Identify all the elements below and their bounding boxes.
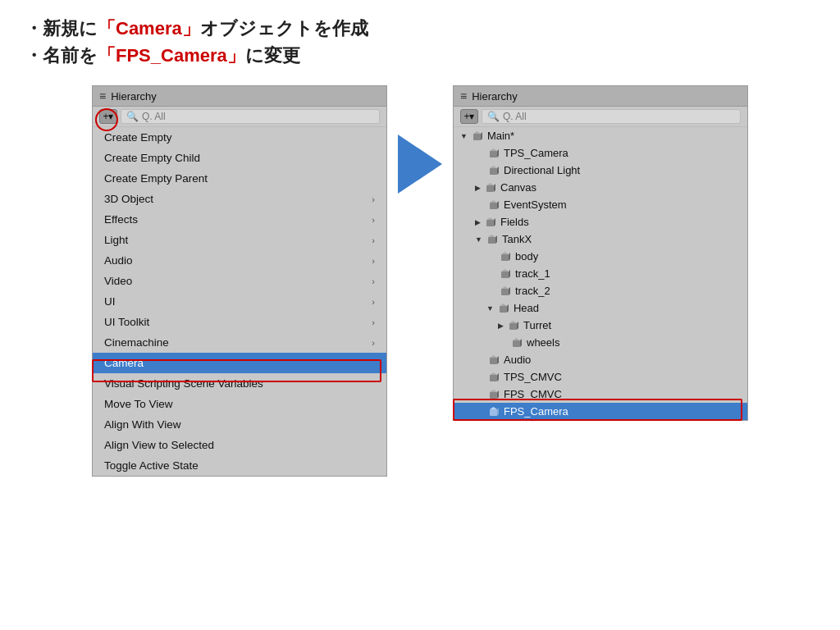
svg-marker-19 — [488, 235, 495, 237]
expand-right-icon[interactable]: ▶ — [475, 184, 481, 192]
svg-marker-23 — [509, 253, 510, 261]
instruction-line1: ・新規に「Camera」オブジェクトを作成 — [25, 15, 815, 42]
svg-marker-28 — [501, 286, 509, 289]
menu-item-video[interactable]: Video› — [93, 271, 386, 291]
tree-item-label: wheels — [527, 336, 559, 349]
menu-item-cinemachine[interactable]: Cinemachine› — [93, 332, 386, 353]
tree-item-turret[interactable]: ▶ Turret — [454, 317, 747, 334]
svg-rect-12 — [490, 203, 497, 209]
svg-marker-46 — [490, 390, 497, 392]
game-object-icon — [485, 182, 495, 193]
svg-marker-7 — [490, 166, 497, 168]
expand-right-icon[interactable]: ▶ — [475, 218, 481, 226]
tree-item-canvas[interactable]: ▶ Canvas — [454, 179, 747, 196]
plus-button-left[interactable]: +▾ — [99, 109, 117, 124]
search-box-left[interactable]: 🔍 Q. All — [121, 109, 380, 124]
tree-item-fps-camera[interactable]: FPS_Camera — [454, 403, 747, 420]
tree-item-label: Canvas — [500, 181, 536, 194]
svg-marker-44 — [497, 373, 499, 381]
game-object-icon — [486, 234, 497, 244]
tree-item-label: TankX — [502, 233, 532, 245]
svg-rect-21 — [501, 254, 509, 261]
expand-down-icon[interactable]: ▼ — [486, 304, 494, 313]
tree-item-body[interactable]: body — [454, 248, 747, 265]
menu-item-create-empty-parent[interactable]: Create Empty Parent — [93, 168, 386, 189]
svg-marker-38 — [520, 339, 522, 347]
chevron-right-icon: › — [372, 338, 375, 348]
svg-marker-13 — [490, 200, 497, 203]
tree-item-tps-cmvc[interactable]: TPS_CMVC — [454, 368, 747, 386]
svg-rect-33 — [509, 323, 517, 330]
game-object-icon — [488, 148, 499, 158]
menu-item-light[interactable]: Light› — [93, 230, 386, 250]
menu-item-align-with-view[interactable]: Align With View — [93, 414, 386, 435]
svg-marker-35 — [517, 322, 518, 330]
tree-item-directional-light[interactable]: Directional Light — [454, 162, 747, 179]
tree-item-label: track_1 — [515, 267, 550, 280]
tree-item-main-[interactable]: ▼ Main* — [454, 127, 747, 144]
tree-item-label: FPS_Camera — [504, 405, 568, 418]
tree-item-label: body — [515, 250, 538, 262]
svg-rect-24 — [501, 272, 509, 278]
svg-marker-25 — [501, 269, 509, 272]
game-object-icon — [488, 389, 499, 399]
game-object-icon — [472, 130, 482, 141]
tree-item-track-2[interactable]: track_2 — [454, 282, 747, 299]
menu-item-align-view-to-selected[interactable]: Align View to Selected — [93, 435, 386, 455]
menu-item-label: Create Empty — [104, 131, 172, 144]
tree-item-audio[interactable]: Audio — [454, 351, 747, 368]
menu-item-move-to-view[interactable]: Move To View — [93, 394, 386, 414]
svg-marker-32 — [507, 304, 509, 313]
left-panel-container: ≡ Hierarchy +▾ 🔍 Q. All Create EmptyCrea… — [92, 85, 387, 477]
tree-item-label: TPS_Camera — [504, 147, 568, 159]
tree-item-tankx[interactable]: ▼ TankX — [454, 231, 747, 248]
svg-marker-49 — [490, 407, 497, 409]
menu-item-3d-object[interactable]: 3D Object› — [93, 189, 386, 209]
tree-item-eventsystem[interactable]: EventSystem — [454, 196, 747, 213]
menu-item-visual-scripting-scene-variables[interactable]: Visual Scripting Scene Variables — [93, 373, 386, 394]
menu-item-effects[interactable]: Effects› — [93, 209, 386, 230]
menu-item-camera[interactable]: Camera — [93, 353, 386, 373]
tree-item-head[interactable]: ▼ Head — [454, 299, 747, 317]
right-panel-toolbar: +▾ 🔍 Q. All — [454, 107, 747, 127]
tree-item-fields[interactable]: ▶ Fields — [454, 213, 747, 231]
menu-item-ui[interactable]: UI› — [93, 291, 386, 312]
left-panel-title: Hierarchy — [111, 90, 157, 103]
game-object-icon — [500, 285, 510, 296]
svg-rect-0 — [473, 134, 481, 140]
svg-marker-43 — [490, 372, 497, 375]
menu-item-create-empty[interactable]: Create Empty — [93, 127, 386, 148]
svg-marker-22 — [501, 252, 509, 254]
game-object-icon — [485, 217, 495, 227]
tree-item-tps-camera[interactable]: TPS_Camera — [454, 144, 747, 162]
expand-down-icon[interactable]: ▼ — [475, 235, 482, 244]
chevron-right-icon: › — [372, 276, 375, 286]
search-box-right[interactable]: 🔍 Q. All — [482, 109, 741, 124]
svg-marker-47 — [497, 390, 499, 399]
game-object-icon — [488, 406, 499, 417]
expand-down-icon[interactable]: ▼ — [460, 132, 468, 140]
tree-item-label: track_2 — [515, 285, 550, 297]
game-object-icon — [488, 372, 499, 382]
tree-item-label: FPS_CMVC — [504, 388, 562, 400]
svg-marker-8 — [497, 167, 499, 175]
tree-item-track-1[interactable]: track_1 — [454, 265, 747, 282]
tree-item-wheels[interactable]: wheels — [454, 334, 747, 351]
tree-item-fps-cmvc[interactable]: FPS_CMVC — [454, 386, 747, 403]
menu-item-audio[interactable]: Audio› — [93, 250, 386, 271]
game-object-icon — [511, 337, 522, 348]
menu-item-label: UI Toolkit — [104, 316, 149, 328]
hierarchy-lines-icon: ≡ — [99, 89, 106, 103]
menu-item-create-empty-child[interactable]: Create Empty Child — [93, 148, 386, 168]
expand-right-icon[interactable]: ▶ — [498, 322, 504, 330]
svg-marker-31 — [500, 304, 507, 306]
svg-marker-34 — [509, 321, 517, 323]
menu-item-ui-toolkit[interactable]: UI Toolkit› — [93, 312, 386, 332]
plus-button-right[interactable]: +▾ — [460, 109, 478, 124]
chevron-right-icon: › — [372, 215, 375, 225]
svg-rect-42 — [490, 375, 497, 381]
game-object-icon — [498, 303, 509, 313]
menu-item-toggle-active-state[interactable]: Toggle Active State — [93, 455, 386, 476]
svg-marker-50 — [497, 408, 499, 416]
svg-rect-18 — [488, 237, 495, 244]
